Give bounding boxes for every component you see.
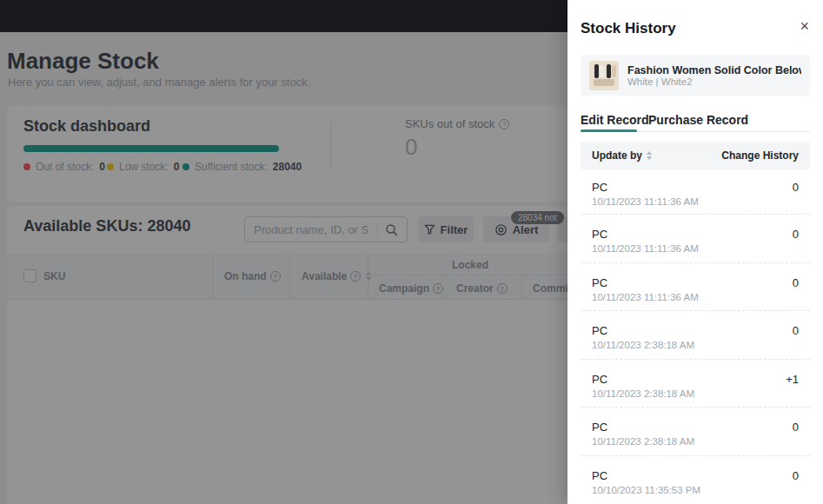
active-tab-underline bbox=[581, 129, 637, 132]
record-change: 0 bbox=[793, 421, 799, 434]
update-by-label: Update by bbox=[592, 149, 642, 162]
drawer-product-card: Fashion Women Solid Color Below Knee S..… bbox=[581, 55, 810, 96]
record-change: 0 bbox=[793, 181, 799, 194]
history-record: PC 0 10/10/2023 11:35:53 PM bbox=[581, 456, 810, 504]
drawer-product-variant: White | White2 bbox=[627, 76, 801, 87]
close-icon[interactable]: × bbox=[800, 19, 809, 33]
tab-purchase-record[interactable]: Purchase Record bbox=[648, 113, 748, 127]
stage: Manage Stock Here you can view, adjust, … bbox=[0, 0, 823, 504]
history-record: PC +1 10/11/2023 2:38:18 AM bbox=[581, 360, 810, 408]
history-record: PC 0 10/11/2023 11:11:36 AM bbox=[581, 263, 810, 311]
record-change: +1 bbox=[786, 373, 799, 386]
drawer-product-name: Fashion Women Solid Color Below Knee S..… bbox=[627, 64, 801, 76]
record-change: 0 bbox=[793, 228, 799, 241]
record-user: PC bbox=[592, 421, 607, 434]
product-thumbnail-socks bbox=[589, 61, 619, 90]
record-user: PC bbox=[592, 228, 607, 241]
update-by-header[interactable]: Update by bbox=[592, 149, 652, 162]
record-user: PC bbox=[592, 469, 607, 482]
record-change: 0 bbox=[793, 276, 799, 289]
record-user: PC bbox=[592, 324, 607, 337]
record-time: 10/10/2023 11:35:53 PM bbox=[592, 485, 700, 495]
sort-icon[interactable] bbox=[647, 151, 652, 160]
record-user: PC bbox=[592, 276, 607, 289]
record-time: 10/11/2023 2:38:18 AM bbox=[592, 388, 694, 399]
record-user: PC bbox=[592, 181, 607, 194]
history-record: PC 0 10/11/2023 11:11:36 AM bbox=[581, 215, 810, 263]
record-change: 0 bbox=[793, 469, 799, 482]
history-record: PC 0 10/11/2023 2:38:18 AM bbox=[581, 311, 810, 360]
stock-history-drawer: Stock History × Fashion Women Solid Colo… bbox=[567, 0, 823, 504]
record-time: 10/11/2023 2:38:18 AM bbox=[592, 340, 694, 350]
history-record: PC 0 10/11/2023 2:38:18 AM bbox=[581, 408, 810, 456]
change-history-header: Change History bbox=[721, 149, 799, 162]
tab-edit-record[interactable]: Edit Record bbox=[581, 113, 649, 127]
record-change: 0 bbox=[793, 324, 799, 337]
record-time: 10/11/2023 2:38:18 AM bbox=[592, 436, 694, 447]
history-list-header: Update by Change History bbox=[581, 142, 810, 169]
record-user: PC bbox=[592, 373, 607, 386]
record-time: 10/11/2023 11:11:36 AM bbox=[592, 196, 699, 207]
history-record: PC 0 10/11/2023 11:11:36 AM bbox=[581, 169, 810, 215]
record-time: 10/11/2023 11:11:36 AM bbox=[592, 292, 699, 302]
drawer-title: Stock History bbox=[581, 20, 676, 37]
record-time: 10/11/2023 11:11:36 AM bbox=[592, 243, 699, 254]
